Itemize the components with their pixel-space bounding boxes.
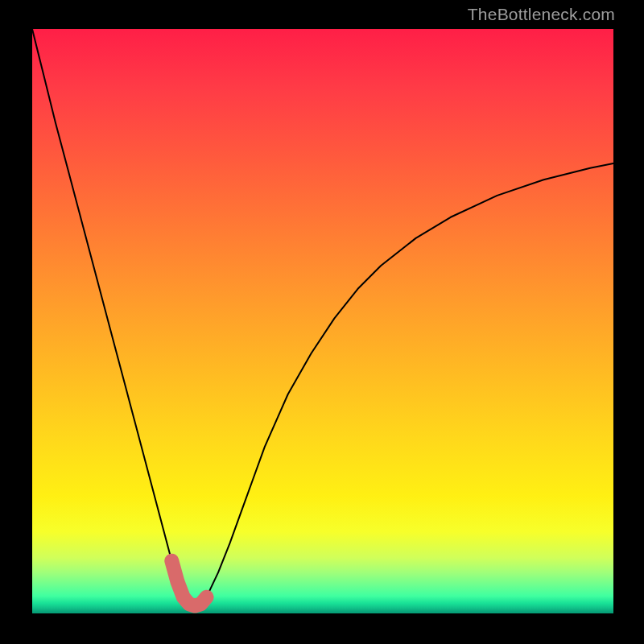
highlight-segment: [171, 561, 206, 606]
chart-frame: TheBottleneck.com: [0, 0, 644, 644]
curve-layer: [32, 29, 613, 613]
bottleneck-curve: [32, 29, 613, 606]
watermark-text: TheBottleneck.com: [468, 5, 615, 24]
plot-area: [32, 29, 613, 613]
